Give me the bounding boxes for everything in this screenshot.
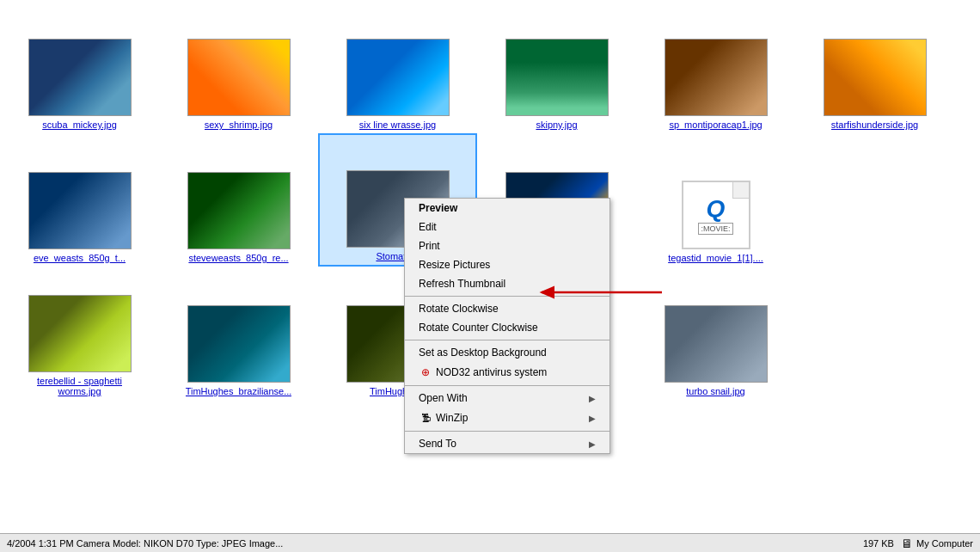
thumb-timhughes-brazil[interactable]: TimHughes_brazilianse...: [159, 267, 318, 400]
thumb-label-montip: sp_montiporacap1.jpg: [669, 120, 762, 130]
thumb-label-sexy-shrimp: sexy_shrimp.jpg: [205, 120, 273, 130]
menu-item-resize[interactable]: Resize Pictures: [405, 255, 609, 274]
thumb-label-turbo: turbo snail.jpg: [686, 386, 745, 396]
menu-item-set-desktop[interactable]: Set as Desktop Background: [405, 343, 609, 362]
menu-item-send-to[interactable]: Send To ▶: [405, 434, 609, 453]
thumb-label-skipny: skipny.jpg: [536, 120, 577, 130]
menu-item-winzip[interactable]: 🗜 WinZip ▶: [405, 408, 609, 428]
menu-label-nod32: NOD32 antivirus system: [436, 366, 547, 378]
winzip-arrow-icon: ▶: [589, 414, 596, 423]
thumb-img-eve: [28, 172, 132, 249]
thumb-img-skipny: [505, 39, 609, 116]
thumb-six-line-wrasse[interactable]: six line wrasse.jpg: [318, 0, 477, 133]
thumb-img-wrasse: [346, 39, 450, 116]
my-computer-label: My Computer: [916, 538, 973, 549]
menu-label-set-desktop: Set as Desktop Background: [419, 347, 547, 359]
menu-item-rotate-cw[interactable]: Rotate Clockwise: [405, 299, 609, 318]
thumb-img-montip: [665, 39, 768, 116]
thumb-img-starfish: [824, 39, 927, 116]
menu-label-resize: Resize Pictures: [419, 259, 490, 271]
menu-label-rotate-ccw: Rotate Counter Clockwise: [419, 322, 538, 334]
winzip-icon: 🗜: [419, 411, 432, 425]
thumb-label-terebellid: terebellid - spaghetti worms.jpg: [37, 376, 122, 396]
menu-label-print: Print: [419, 240, 440, 252]
menu-separator-1: [405, 296, 609, 297]
thumb-label-wrasse: six line wrasse.jpg: [359, 120, 436, 130]
menu-separator-2: [405, 340, 609, 340]
open-with-arrow-icon: ▶: [589, 394, 596, 403]
menu-label-rotate-cw: Rotate Clockwise: [419, 303, 499, 315]
thumb-img-timhughes: [187, 305, 291, 383]
thumb-img-movie: Q :MOVIE:: [682, 181, 750, 249]
movie-q-icon: Q: [707, 195, 726, 223]
menu-item-rotate-ccw[interactable]: Rotate Counter Clockwise: [405, 318, 609, 337]
thumb-label-steve: steveweasts_850g_re...: [188, 253, 288, 263]
menu-label-edit: Edit: [419, 221, 437, 233]
thumb-starfish[interactable]: starfishunderside.jpg: [795, 0, 954, 133]
status-file-size: 197 KB: [825, 538, 894, 549]
menu-label-send-to: Send To: [419, 438, 456, 450]
menu-item-refresh[interactable]: Refresh Thumbnail: [405, 274, 609, 293]
my-computer-icon: 🖥: [901, 537, 913, 550]
file-browser: scuba_mickey.jpg sexy_shrimp.jpg six lin…: [0, 0, 980, 552]
thumb-label-scuba-mickey: scuba_mickey.jpg: [42, 120, 117, 130]
menu-label-winzip: WinZip: [436, 412, 468, 424]
thumb-label-movie: tegastid_movie_1[1]....: [668, 253, 763, 263]
thumb-scuba-mickey[interactable]: scuba_mickey.jpg: [0, 0, 159, 133]
thumb-label-eve: eve_weasts_850g_t...: [34, 253, 126, 263]
status-right-area: 197 KB 🖥 My Computer: [825, 537, 973, 550]
thumb-img-sexy-shrimp: [187, 39, 291, 116]
thumb-img-turbo: [665, 305, 768, 383]
menu-separator-3: [405, 385, 609, 386]
thumb-img-steve: [187, 172, 291, 249]
status-timestamp: 4/2004 1:31 PM Camera Model: NIKON D70 T…: [7, 538, 283, 549]
thumb-sexy-shrimp[interactable]: sexy_shrimp.jpg: [159, 0, 318, 133]
context-menu: Preview Edit Print Resize Pictures Refre…: [404, 198, 610, 454]
thumb-row-1: scuba_mickey.jpg sexy_shrimp.jpg six lin…: [0, 0, 980, 133]
thumb-turbo-snail[interactable]: turbo snail.jpg: [636, 267, 795, 400]
menu-item-open-with[interactable]: Open With ▶: [405, 389, 609, 408]
my-computer-button[interactable]: 🖥 My Computer: [901, 537, 973, 550]
status-bar: 4/2004 1:31 PM Camera Model: NIKON D70 T…: [0, 533, 980, 552]
menu-label-open-with: Open With: [419, 392, 468, 404]
thumb-img-scuba-mickey: [28, 39, 132, 116]
menu-label-preview: Preview: [419, 202, 457, 214]
thumb-tegastid-movie[interactable]: Q :MOVIE: tegastid_movie_1[1]....: [636, 133, 795, 267]
send-to-arrow-icon: ▶: [589, 439, 596, 449]
thumb-img-terebellid: [28, 295, 132, 372]
thumb-terebellid[interactable]: terebellid - spaghetti worms.jpg: [0, 267, 159, 400]
nod32-icon: ⊕: [419, 365, 432, 379]
thumb-sp-montip[interactable]: sp_montiporacap1.jpg: [636, 0, 795, 133]
thumb-eve-weasts[interactable]: eve_weasts_850g_t...: [0, 133, 159, 267]
thumb-steveweasts[interactable]: steveweasts_850g_re...: [159, 133, 318, 267]
movie-text: :MOVIE:: [698, 223, 732, 235]
thumb-label-starfish: starfishunderside.jpg: [831, 120, 919, 130]
menu-item-print[interactable]: Print: [405, 236, 609, 255]
menu-item-preview[interactable]: Preview: [405, 199, 609, 218]
thumb-label-timhughes: TimHughes_brazilianse...: [186, 386, 292, 396]
thumb-skipny[interactable]: skipny.jpg: [477, 0, 636, 133]
menu-label-refresh: Refresh Thumbnail: [419, 278, 505, 290]
menu-item-edit[interactable]: Edit: [405, 218, 609, 236]
menu-separator-4: [405, 431, 609, 432]
status-info: 4/2004 1:31 PM Camera Model: NIKON D70 T…: [7, 538, 825, 549]
menu-item-nod32[interactable]: ⊕ NOD32 antivirus system: [405, 362, 609, 383]
